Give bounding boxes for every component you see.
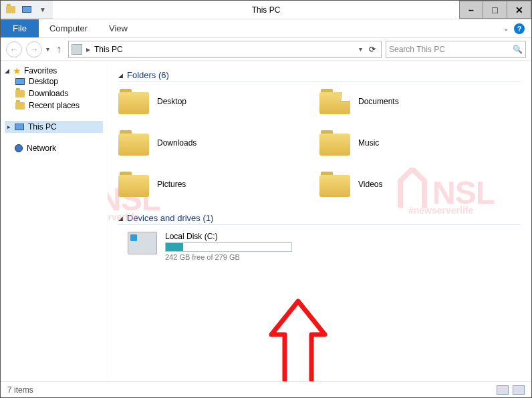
thispc-icon: [15, 124, 24, 130]
drive-capacity-bar: [165, 242, 292, 252]
window-title: This PC: [1, 1, 531, 19]
view-details-button[interactable]: [497, 385, 509, 395]
network-group: ▸ Network: [5, 142, 103, 154]
address-dropdown-icon[interactable]: ▾: [359, 45, 362, 53]
chevron-right-icon: ▸: [7, 124, 11, 130]
folder-videos[interactable]: Videos: [319, 172, 521, 197]
folder-icon: [319, 172, 350, 197]
sidebar-item-desktop[interactable]: Desktop: [5, 75, 103, 87]
favorites-header[interactable]: ◢ ★ Favorites: [5, 66, 103, 75]
sidebar-item-network[interactable]: ▸ Network: [5, 142, 103, 154]
navigation-row: ← → ▾ ↑ ▸ This PC ▾ ⟳ Search This PC 🔍: [1, 38, 531, 61]
network-icon: [15, 144, 23, 152]
search-placeholder: Search This PC: [389, 45, 445, 54]
content-pane: NSL #newserverlife NSL #newserverlife ◢ …: [108, 61, 531, 381]
title-bar: ▼ This PC – □ ✕: [1, 1, 531, 19]
folder-icon: [118, 130, 149, 156]
folder-documents[interactable]: Documents: [319, 89, 521, 114]
drive-capacity-fill: [166, 243, 183, 251]
sidebar-item-label: Desktop: [29, 77, 58, 86]
folder-label: Music: [358, 138, 379, 148]
chevron-down-icon: ◢: [118, 72, 123, 79]
maximize-button[interactable]: □: [483, 1, 507, 19]
history-dropdown-icon[interactable]: ▾: [46, 45, 49, 53]
devices-group-header[interactable]: ◢ Devices and drives (1): [118, 210, 521, 225]
help-icon[interactable]: ?: [514, 23, 525, 34]
folder-label: Downloads: [157, 138, 196, 148]
folder-downloads[interactable]: Downloads: [118, 130, 319, 156]
folder-label: Pictures: [157, 180, 186, 189]
minimize-button[interactable]: –: [459, 1, 483, 19]
navigation-pane: ◢ ★ Favorites Desktop Downloads Recent p…: [1, 61, 108, 381]
folder-icon: [118, 172, 149, 197]
desktop-icon: [15, 78, 25, 85]
folder-label: Desktop: [157, 97, 186, 106]
sidebar-item-label: Downloads: [29, 89, 68, 98]
star-icon: ★: [12, 66, 21, 75]
folder-pictures[interactable]: Pictures: [118, 172, 319, 197]
back-button[interactable]: ←: [6, 41, 22, 57]
tab-view[interactable]: View: [98, 19, 138, 37]
quick-access-toolbar: ▼: [1, 1, 53, 19]
sidebar-item-label: Recent places: [29, 101, 80, 110]
folders-header-label: Folders (6): [127, 70, 169, 80]
chevron-down-icon: ◢: [118, 215, 123, 222]
close-button[interactable]: ✕: [507, 1, 531, 19]
address-bar[interactable]: ▸ This PC ▾ ⟳: [68, 41, 382, 58]
downloads-icon: [15, 90, 25, 97]
sidebar-item-recent[interactable]: Recent places: [5, 100, 103, 112]
breadcrumb-thispc[interactable]: This PC: [94, 45, 123, 54]
drive-sublabel: 242 GB free of 279 GB: [165, 253, 292, 261]
refresh-button[interactable]: ⟳: [366, 45, 378, 54]
recent-icon: [15, 102, 25, 110]
annotation-arrow: [265, 298, 331, 381]
qat-dropdown-icon[interactable]: ▼: [35, 2, 50, 17]
ribbon: File Computer View ⌄ ?: [1, 19, 531, 38]
status-item-count: 7 items: [7, 385, 33, 395]
thispc-group: ▸ This PC: [5, 121, 103, 133]
folder-music[interactable]: Music: [319, 130, 521, 156]
status-bar: 7 items: [1, 381, 531, 397]
drive-local-c[interactable]: Local Disk (C:) 242 GB free of 279 GB: [128, 232, 521, 261]
view-buttons: [497, 385, 525, 395]
devices-header-label: Devices and drives (1): [127, 213, 213, 223]
folders-group-header[interactable]: ◢ Folders (6): [118, 67, 521, 82]
ribbon-collapse-icon[interactable]: ⌄: [503, 25, 509, 32]
folder-desktop[interactable]: Desktop: [118, 89, 319, 114]
forward-button[interactable]: →: [26, 41, 42, 57]
folder-label: Documents: [358, 97, 399, 106]
sidebar-item-label: This PC: [28, 122, 57, 132]
folder-icon: [319, 89, 350, 114]
search-icon: 🔍: [513, 45, 523, 54]
folder-label: Videos: [358, 180, 382, 189]
thispc-icon: [72, 44, 82, 55]
search-input[interactable]: Search This PC 🔍: [386, 41, 526, 58]
folder-properties-icon[interactable]: [3, 2, 18, 17]
drive-label: Local Disk (C:): [165, 232, 292, 241]
new-window-icon[interactable]: [19, 2, 34, 17]
folder-icon: [118, 89, 149, 114]
breadcrumb-sep-icon: ▸: [86, 45, 90, 54]
chevron-down-icon: ◢: [5, 67, 9, 74]
favorites-label: Favorites: [24, 66, 57, 75]
window-controls: – □ ✕: [459, 1, 531, 19]
drive-icon: [128, 232, 157, 254]
up-button[interactable]: ↑: [53, 43, 64, 55]
file-tab[interactable]: File: [1, 19, 39, 37]
view-large-icons-button[interactable]: [513, 385, 525, 395]
sidebar-item-label: Network: [27, 144, 56, 153]
sidebar-item-downloads[interactable]: Downloads: [5, 87, 103, 100]
sidebar-item-thispc[interactable]: ▸ This PC: [5, 121, 103, 133]
favorites-group: ◢ ★ Favorites Desktop Downloads Recent p…: [5, 66, 103, 112]
tab-computer[interactable]: Computer: [39, 19, 98, 37]
folder-icon: [319, 130, 350, 156]
folders-grid: Desktop Documents Downloads Music Pictur…: [118, 89, 521, 197]
